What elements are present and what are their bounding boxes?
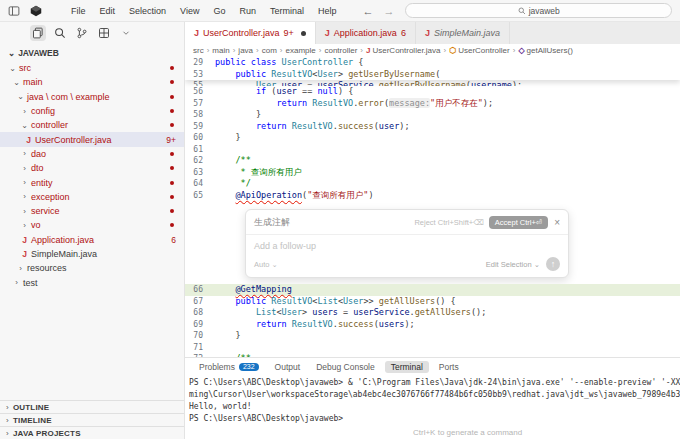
- panel-tab-ports[interactable]: Ports: [433, 361, 465, 373]
- code-line-59[interactable]: 59 return ResultVO.success(user);: [185, 121, 680, 133]
- code-line-63[interactable]: 63 * 查询所有用户: [185, 167, 680, 179]
- toggle-sidebar-icon[interactable]: [6, 3, 22, 19]
- tree-item-label: dao: [31, 149, 46, 159]
- menu-item-terminal[interactable]: Terminal: [263, 4, 311, 18]
- breadcrumb-item-com[interactable]: com: [262, 46, 277, 55]
- tree-item-simplemain-java[interactable]: JSimpleMain.java: [0, 247, 184, 261]
- tree-item-controller[interactable]: ⌄controller: [0, 118, 184, 132]
- breadcrumb-item-src[interactable]: src: [193, 46, 204, 55]
- code-line-66[interactable]: 66 @GetMapping: [185, 284, 680, 296]
- breadcrumb-item-controller[interactable]: controller: [324, 46, 357, 55]
- code-line-65[interactable]: 65 @ApiOperation("查询所有用户"): [185, 190, 680, 202]
- breadcrumb-separator: ›: [280, 46, 283, 55]
- inline-ai-edit-widget: 生成注解 Reject Ctrl+Shift+⌫ Accept Ctrl+⏎ ×…: [245, 209, 569, 278]
- tree-item-usercontroller-java[interactable]: JUserController.java9+: [0, 132, 184, 146]
- tree-item-dao[interactable]: ›dao: [0, 147, 184, 161]
- reject-button[interactable]: Reject Ctrl+Shift+⌫: [414, 218, 483, 227]
- line-number: 69: [185, 319, 215, 331]
- tree-item-label: Application.java: [31, 235, 94, 245]
- menu-item-file[interactable]: File: [64, 4, 93, 18]
- search-icon[interactable]: [52, 25, 68, 41]
- followup-input[interactable]: Add a follow-up: [246, 234, 568, 253]
- tree-item-resources[interactable]: ›resources: [0, 261, 184, 275]
- code-text: @ApiOperation("查询所有用户"): [215, 190, 374, 202]
- code-line-69[interactable]: 69 return ResultVO.success(users);: [185, 319, 680, 331]
- source-control-icon[interactable]: [74, 25, 90, 41]
- line-number: 70: [185, 330, 215, 342]
- accept-button[interactable]: Accept Ctrl+⏎: [489, 216, 548, 229]
- tree-item-dto[interactable]: ›dto: [0, 161, 184, 175]
- tree-item-exception[interactable]: ›exception: [0, 190, 184, 204]
- files-icon[interactable]: [30, 25, 46, 41]
- forward-arrow-icon[interactable]: →: [378, 5, 399, 17]
- more-icon[interactable]: [118, 25, 134, 41]
- edit-selection-dropdown[interactable]: Edit Selection ⌄: [486, 260, 540, 269]
- tree-item-main[interactable]: ⌄main: [0, 75, 184, 89]
- chevron-right-icon: ›: [20, 178, 29, 187]
- menu-item-help[interactable]: Help: [311, 4, 344, 18]
- code-line-70[interactable]: 70 }: [185, 330, 680, 342]
- panel-tab-output[interactable]: Output: [269, 361, 307, 373]
- code-line-62[interactable]: 62 /**: [185, 155, 680, 167]
- menu-item-run[interactable]: Run: [232, 4, 263, 18]
- tab-usercontroller-java[interactable]: JUserController.java9+: [185, 22, 316, 44]
- line-number: 67: [185, 296, 215, 308]
- code-line-67[interactable]: 67 public ResultVO<List<User>> getAllUse…: [185, 296, 680, 308]
- tree-item-entity[interactable]: ›entity: [0, 175, 184, 189]
- tree-item-test[interactable]: ›test: [0, 275, 184, 289]
- line-number: 59: [185, 121, 215, 133]
- breadcrumb-item-getallusers[interactable]: ◇getAllUsers(): [518, 46, 572, 55]
- back-arrow-icon[interactable]: ←: [357, 5, 378, 17]
- breadcrumb-item-usercontroller[interactable]: ⬡UserController: [449, 46, 510, 55]
- menu-item-selection[interactable]: Selection: [122, 4, 173, 18]
- tab-application-java[interactable]: JApplication.java6: [316, 22, 416, 44]
- search-icon: [518, 7, 526, 15]
- terminal-output[interactable]: PS C:\Users\ABC\Desktop\javaweb> & 'C:\P…: [185, 375, 680, 425]
- code-line-57[interactable]: 57 return ResultVO.error(message:"用户不存在"…: [185, 98, 680, 110]
- code-line-58[interactable]: 58 }: [185, 109, 680, 121]
- tree-item-java-com-example[interactable]: ⌄java \ com \ example: [0, 90, 184, 104]
- sidebar-bottom-sections: ›OUTLINE›TIMELINE›JAVA PROJECTS: [0, 400, 184, 439]
- tree-item-src[interactable]: ⌄src: [0, 61, 184, 75]
- tree-item-config[interactable]: ›config: [0, 104, 184, 118]
- code-line-68[interactable]: 68 List<User> users = userService.getAll…: [185, 307, 680, 319]
- breadcrumb-item-usercontroller-java[interactable]: JUserController.java: [366, 46, 440, 55]
- java-file-icon: J: [24, 135, 33, 145]
- tree-item-service[interactable]: ›service: [0, 204, 184, 218]
- code-line-71[interactable]: 71: [185, 342, 680, 354]
- panel-tab-terminal[interactable]: Terminal: [385, 361, 429, 373]
- tree-item-application-java[interactable]: JApplication.java6: [0, 233, 184, 247]
- breadcrumb-label: example: [286, 46, 316, 55]
- section-timeline[interactable]: ›TIMELINE: [0, 413, 184, 426]
- code-text: }: [215, 132, 241, 144]
- panel-tab-debug-console[interactable]: Debug Console: [310, 361, 381, 373]
- line-number: 63: [185, 167, 215, 179]
- code-line-53[interactable]: 53 public ResultVO<User> getUserByUserna…: [185, 69, 680, 81]
- menu-item-edit[interactable]: Edit: [93, 4, 123, 18]
- code-line-29[interactable]: 29public class UserController {: [185, 57, 680, 69]
- menu-item-view[interactable]: View: [173, 4, 206, 18]
- extensions-icon[interactable]: [96, 25, 112, 41]
- send-button[interactable]: ↑: [546, 257, 560, 271]
- panel-tab-problems[interactable]: Problems232: [193, 361, 265, 373]
- tree-item-label: java \ com \ example: [27, 92, 110, 102]
- code-editor[interactable]: 29public class UserController {53 public…: [185, 57, 680, 357]
- explorer-root-header[interactable]: ⌄ JAVAWEB: [0, 44, 184, 61]
- breadcrumb-item-main[interactable]: main: [212, 46, 229, 55]
- code-line-56[interactable]: 56 if (user == null) {: [185, 86, 680, 98]
- section-outline[interactable]: ›OUTLINE: [0, 400, 184, 413]
- code-line-61[interactable]: 61: [185, 144, 680, 156]
- breadcrumb-item-java[interactable]: java: [238, 46, 253, 55]
- menu-item-go[interactable]: Go: [206, 4, 232, 18]
- command-center-search[interactable]: javaweb: [405, 3, 672, 18]
- tree-item-label: src: [19, 63, 31, 73]
- code-line-64[interactable]: 64 */: [185, 178, 680, 190]
- breadcrumb-item-example[interactable]: example: [286, 46, 316, 55]
- section-java-projects[interactable]: ›JAVA PROJECTS: [0, 426, 184, 439]
- tree-item-vo[interactable]: ›vo: [0, 218, 184, 232]
- close-icon[interactable]: ×: [554, 217, 560, 228]
- panel-tab-label: Output: [275, 362, 301, 372]
- tab-simplemain-java[interactable]: JSimpleMain.java: [416, 22, 510, 44]
- model-selector[interactable]: Auto ⌄: [254, 260, 486, 269]
- code-line-60[interactable]: 60 }: [185, 132, 680, 144]
